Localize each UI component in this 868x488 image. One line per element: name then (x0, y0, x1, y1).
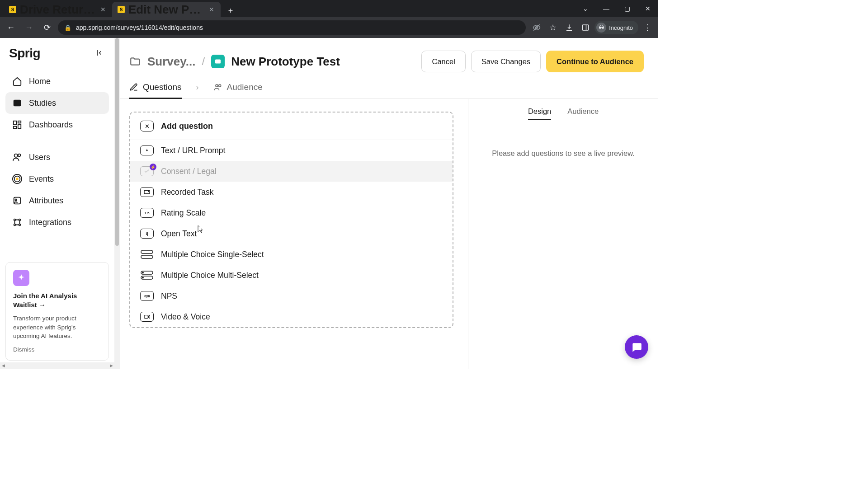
url-text: app.sprig.com/surveys/116014/edit/questi… (76, 24, 203, 31)
download-icon[interactable] (562, 20, 576, 35)
ai-card-dismiss[interactable]: Dismiss (13, 346, 101, 353)
menu-icon[interactable]: ⋮ (640, 20, 655, 35)
maximize-icon[interactable]: ▢ (617, 0, 637, 17)
address-bar[interactable]: 🔒 app.sprig.com/surveys/116014/edit/ques… (58, 20, 526, 35)
breadcrumb[interactable]: Survey... (147, 55, 195, 69)
app-viewport: Sprig Home Studies Dashboards Users Even… (0, 38, 658, 369)
svg-marker-33 (149, 315, 150, 319)
preview-tab-design[interactable]: Design (528, 107, 551, 120)
open-text-icon: t| (140, 229, 154, 239)
tab-label: Questions (143, 82, 182, 92)
mc-single-icon (140, 249, 154, 259)
browser-tab[interactable]: S Edit New Prototype Test ✕ (112, 2, 221, 17)
nps-icon: 0|10 (140, 291, 154, 301)
svg-point-12 (16, 178, 19, 180)
svg-point-31 (142, 277, 143, 278)
svg-point-25 (148, 191, 149, 192)
ai-card-title[interactable]: Join the AI Analysis Waitlist → (13, 291, 101, 310)
qtype-rating-scale[interactable]: 1 5 Rating Scale (130, 202, 453, 223)
svg-point-17 (14, 219, 16, 221)
preview-empty-message: Please add questions to see a live previ… (492, 149, 635, 158)
svg-rect-32 (144, 315, 148, 319)
qtype-video-voice[interactable]: Video & Voice (130, 306, 453, 327)
svg-rect-7 (18, 121, 21, 123)
page-header: Survey... / New Prototype Test Cancel Sa… (115, 38, 658, 72)
close-icon[interactable]: ✕ (208, 6, 215, 13)
qtype-mc-multi[interactable]: Multiple Choice Multi-Select (130, 265, 453, 286)
svg-point-30 (142, 272, 143, 273)
qtype-nps[interactable]: 0|10 NPS (130, 286, 453, 306)
incognito-indicator[interactable]: 🕶 Incognito (594, 21, 638, 34)
side-panel-icon[interactable] (578, 20, 593, 35)
folder-icon (129, 56, 141, 67)
svg-point-11 (18, 154, 21, 157)
continue-to-audience-button[interactable]: Continue to Audience (546, 51, 644, 72)
scroll-left-icon[interactable]: ◀ (0, 362, 6, 369)
sidebar-item-home[interactable]: Home (5, 70, 109, 92)
events-icon (12, 174, 23, 184)
qtype-open-text[interactable]: t| Open Text (130, 223, 453, 244)
save-changes-button[interactable]: Save Changes (471, 51, 541, 72)
sidebar-item-users[interactable]: Users (5, 146, 109, 168)
close-window-icon[interactable]: ✕ (637, 0, 658, 17)
cancel-button[interactable]: Cancel (421, 51, 465, 72)
minimize-icon[interactable]: — (596, 0, 617, 17)
preview-tab-audience[interactable]: Audience (567, 107, 599, 120)
close-icon[interactable]: ✕ (99, 6, 107, 13)
svg-rect-5 (14, 100, 21, 107)
sidebar-item-label: Home (29, 77, 51, 86)
svg-rect-9 (14, 127, 16, 129)
home-icon (12, 76, 23, 87)
window-controls: ⌄ — ▢ ✕ (575, 0, 658, 17)
qtype-recorded-task[interactable]: Recorded Task (130, 182, 453, 202)
scroll-right-icon[interactable]: ▶ (108, 362, 114, 369)
svg-rect-6 (14, 121, 16, 125)
tab-title: Drive Return Visits Responses (20, 3, 96, 17)
scrollbar-horizontal[interactable]: ◀ ▶ (0, 362, 114, 369)
back-button[interactable]: ← (4, 20, 18, 35)
consent-icon: ⚡ (140, 166, 154, 176)
sidebar-item-attributes[interactable]: Attributes (5, 190, 109, 211)
star-icon[interactable]: ☆ (546, 20, 560, 35)
new-tab-button[interactable]: + (224, 5, 237, 17)
qtype-label: Multiple Choice Multi-Select (161, 271, 259, 280)
chevron-down-icon[interactable]: ⌄ (575, 0, 596, 17)
ai-card-body: Transform your product experience with S… (13, 314, 101, 341)
svg-point-18 (19, 219, 21, 221)
sidebar-item-studies[interactable]: Studies (5, 92, 109, 114)
users-icon (12, 152, 23, 163)
svg-rect-2 (582, 25, 589, 30)
sidebar-item-integrations[interactable]: Integrations (5, 211, 109, 233)
sidebar: Sprig Home Studies Dashboards Users Even… (0, 38, 115, 369)
browser-tab[interactable]: S Drive Return Visits Responses ✕ (4, 2, 112, 17)
preview-panel: Design Audience Please add questions to … (468, 99, 658, 369)
browser-toolbar: ← → ⟳ 🔒 app.sprig.com/surveys/116014/edi… (0, 17, 658, 38)
sidebar-item-label: Studies (29, 99, 56, 108)
close-icon[interactable]: ✕ (140, 121, 154, 131)
main-content: Survey... / New Prototype Test Cancel Sa… (115, 38, 658, 369)
chat-fab[interactable] (625, 335, 648, 359)
lock-icon: 🔒 (64, 24, 71, 31)
sidebar-item-dashboards[interactable]: Dashboards (5, 114, 109, 136)
qtype-consent[interactable]: ⚡ Consent / Legal (130, 161, 453, 182)
tab-label: Audience (227, 82, 263, 92)
svg-point-23 (218, 84, 221, 87)
attributes-icon (12, 195, 23, 206)
scrollbar-vertical[interactable] (114, 38, 120, 369)
sidebar-item-events[interactable]: Events (5, 168, 109, 190)
breadcrumb-separator: / (202, 55, 205, 68)
people-icon (213, 83, 222, 92)
reload-button[interactable]: ⟳ (40, 20, 54, 35)
favicon-icon: S (118, 6, 125, 13)
tab-audience[interactable]: Audience (213, 82, 263, 99)
qtype-text-url[interactable]: Text / URL Prompt (130, 140, 453, 161)
add-question-panel: ✕ Add question Text / URL Prompt ⚡ Conse… (129, 112, 453, 328)
page-title[interactable]: New Prototype Test (231, 55, 340, 69)
tab-questions[interactable]: Questions (129, 82, 182, 99)
eye-off-icon[interactable] (529, 20, 544, 35)
svg-point-10 (14, 154, 18, 157)
sidebar-item-label: Users (29, 153, 50, 162)
forward-button[interactable]: → (22, 20, 36, 35)
qtype-mc-single[interactable]: Multiple Choice Single-Select (130, 244, 453, 265)
collapse-sidebar-icon[interactable] (96, 49, 105, 58)
